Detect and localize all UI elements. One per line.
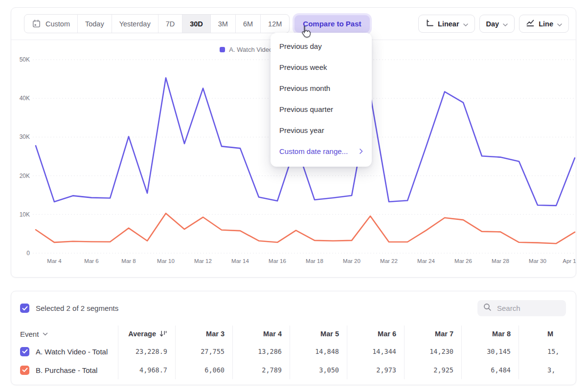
check-icon [22,349,28,354]
granularity-dropdown[interactable]: Day [479,15,515,33]
range-button-yesterday[interactable]: Yesterday [112,15,158,33]
date-column-header[interactable]: Mar 8 [461,326,519,342]
value-cell: 13,286 [232,342,290,361]
date-column-header-truncated[interactable]: M [519,326,576,342]
range-label: 12M [268,20,282,28]
x-axis-tick-label: Mar 18 [306,258,323,264]
value-cell: 2,789 [232,361,290,379]
date-column-header[interactable]: Mar 7 [404,326,461,342]
scale-dropdown[interactable]: Linear [418,15,475,33]
menu-item-custom-date-range[interactable]: Custom date range... [271,141,372,162]
x-axis-tick-label: Mar 4 [47,258,62,264]
date-range-control: CustomTodayYesterday7D30D3M6M12M [24,14,290,33]
segment-checkbox[interactable] [20,347,29,356]
range-button-6m[interactable]: 6M [235,15,260,33]
x-axis-tick-label: Mar 16 [269,258,286,264]
x-axis-tick-label: Mar 10 [157,258,175,264]
compare-to-past-menu: Previous dayPrevious weekPrevious monthP… [271,33,372,167]
range-label: 7D [166,20,175,28]
segments-table: EventAverageMar 3Mar 4Mar 5Mar 6Mar 7Mar… [11,326,576,379]
value-cell: 2,973 [347,361,404,379]
y-axis-tick-label: 50K [20,56,30,63]
search-input[interactable] [496,304,560,313]
range-button-30d[interactable]: 30D [182,15,210,33]
x-axis-tick-label: Mar 24 [417,258,435,264]
value-cell: 14,344 [347,342,404,361]
range-label: Yesterday [119,20,151,28]
x-axis-tick-label: Mar 20 [343,258,361,264]
selected-segments-label: Selected 2 of 2 segments [36,304,118,312]
chevron-right-icon [360,149,363,154]
value-cell: 6,484 [461,361,519,379]
x-axis-tick-label: Mar 14 [231,258,249,264]
series-line-purchase[interactable] [36,213,575,243]
x-axis-tick-label: Mar 26 [454,258,472,264]
chevron-down-icon [43,332,48,336]
value-cell: 3,050 [290,361,347,379]
chart-type-label: Line [539,20,553,28]
menu-item-previous-month[interactable]: Previous month [271,78,372,99]
search-box[interactable] [477,300,566,316]
date-column-header[interactable]: Mar 3 [175,326,232,342]
linear-axis-icon [425,19,434,29]
select-all-checkbox[interactable] [20,304,29,313]
check-icon [22,368,28,372]
chart-type-dropdown[interactable]: Line [519,15,569,33]
sort-descending-icon [159,330,167,337]
menu-item-previous-year[interactable]: Previous year [271,120,372,141]
segment-label: A. Watch Video - Total [36,348,108,356]
x-axis-tick-label: Mar 12 [194,258,212,264]
x-axis-tick-label: Mar 8 [121,258,135,264]
legend-swatch [220,47,225,52]
y-axis-tick-label: 40K [20,95,30,102]
range-button-custom[interactable]: Custom [24,15,77,33]
value-cell: 2,925 [404,361,461,379]
segments-header-row: Selected 2 of 2 segments [11,291,576,316]
x-axis-tick-label: Mar 6 [84,258,98,264]
range-button-12m[interactable]: 12M [260,15,289,33]
segment-label: B. Purchase - Total [36,366,97,374]
value-cell-truncated: 15, [519,342,576,361]
range-label: Custom [45,20,70,28]
value-cell: 14,848 [290,342,347,361]
range-button-7d[interactable]: 7D [158,15,182,33]
range-label: 3M [218,20,228,28]
calendar-icon [32,19,41,28]
range-button-today[interactable]: Today [77,15,112,33]
granularity-label: Day [486,20,499,28]
custom-date-range-label: Custom date range... [279,147,348,155]
value-cell: 6,060 [175,361,232,379]
average-cell: 23,228.9 [118,342,175,361]
x-axis-tick-label: Apr 1 [563,258,576,264]
range-label: 6M [243,20,253,28]
menu-item-previous-day[interactable]: Previous day [271,36,372,57]
menu-item-previous-week[interactable]: Previous week [271,57,372,78]
cursor-pointer-icon [299,25,312,39]
segment-checkbox[interactable] [20,366,29,375]
table-row-b: B. Purchase - Total4,968.76,0602,7893,05… [11,361,576,379]
scale-label: Linear [438,20,459,28]
chevron-down-icon [557,20,562,28]
value-cell: 14,230 [404,342,461,361]
chevron-down-icon [503,20,508,28]
range-button-3m[interactable]: 3M [210,15,235,33]
date-column-header[interactable]: Mar 4 [232,326,290,342]
value-cell-truncated: 3, [519,361,576,379]
table-header-row: EventAverageMar 3Mar 4Mar 5Mar 6Mar 7Mar… [11,326,576,342]
average-column-header[interactable]: Average [118,326,175,342]
date-column-header[interactable]: Mar 6 [347,326,404,342]
average-cell: 4,968.7 [118,361,175,379]
toolbar-right-group: Linear Day Line [418,15,569,33]
line-chart-icon [526,19,535,29]
menu-item-previous-quarter[interactable]: Previous quarter [271,99,372,120]
y-axis-tick-label: 10K [20,211,30,218]
event-column-header[interactable]: Event [11,326,118,342]
x-axis-tick-label: Mar 30 [529,258,546,264]
value-cell: 30,145 [461,342,519,361]
segment-cell: B. Purchase - Total [11,361,118,379]
range-label: 30D [190,20,203,28]
segment-cell: A. Watch Video - Total [11,342,118,361]
y-axis-tick-label: 30K [20,133,30,140]
date-column-header[interactable]: Mar 5 [290,326,347,342]
check-icon [22,306,28,311]
